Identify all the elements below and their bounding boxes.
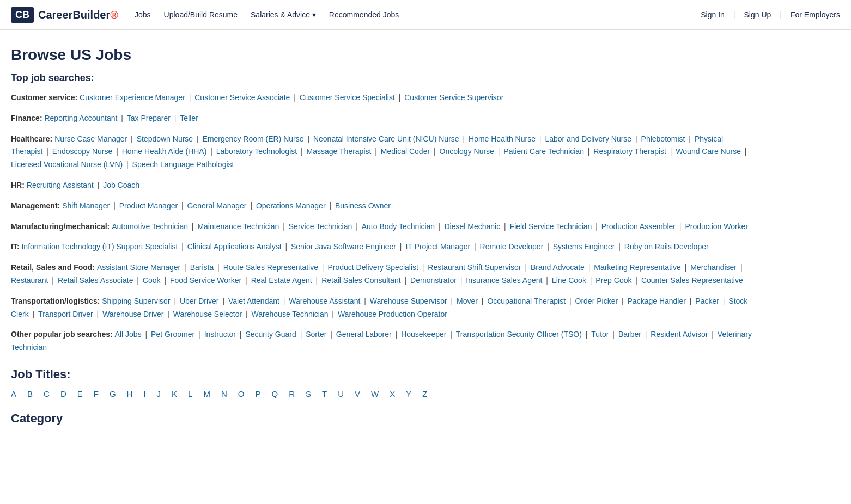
job-link[interactable]: Nurse Case Manager xyxy=(54,134,127,143)
job-link[interactable]: Warehouse Supervisor xyxy=(370,297,447,305)
job-link[interactable]: Field Service Technician xyxy=(510,222,592,231)
job-link[interactable]: Brand Advocate xyxy=(531,263,585,272)
job-link[interactable]: Tax Preparer xyxy=(127,114,171,122)
alpha-link-X[interactable]: X xyxy=(390,389,395,398)
alpha-link-O[interactable]: O xyxy=(238,389,245,398)
alpha-link-K[interactable]: K xyxy=(172,389,177,398)
nav-upload-link[interactable]: Upload/Build Resume xyxy=(164,10,238,19)
job-link[interactable]: Maintenance Technician xyxy=(197,222,279,231)
job-link[interactable]: Medical Coder xyxy=(381,147,430,156)
job-link[interactable]: Customer Service Specialist xyxy=(300,93,395,102)
job-link[interactable]: Speech Language Pathologist xyxy=(132,160,234,169)
alpha-link-J[interactable]: J xyxy=(157,389,161,398)
job-link[interactable]: Cook xyxy=(143,276,161,285)
nav-salaries-link[interactable]: Salaries & Advice ▾ xyxy=(251,10,316,19)
job-link[interactable]: All Jobs xyxy=(115,330,142,339)
job-link[interactable]: Uber Driver xyxy=(180,297,219,305)
job-link[interactable]: Neonatal Intensive Care Unit (NICU) Nurs… xyxy=(313,134,459,143)
job-link[interactable]: Barista xyxy=(190,263,214,272)
job-link[interactable]: Mover xyxy=(457,297,478,305)
job-link[interactable]: Warehouse Production Operator xyxy=(338,310,447,318)
job-link[interactable]: Shift Manager xyxy=(62,201,110,210)
job-link[interactable]: Assistant Store Manager xyxy=(97,263,180,272)
job-link[interactable]: Occupational Therapist xyxy=(487,297,566,305)
job-link[interactable]: Ruby on Rails Developer xyxy=(624,242,709,251)
alpha-link-L[interactable]: L xyxy=(188,389,192,398)
job-link[interactable]: Line Cook xyxy=(552,276,586,285)
job-link[interactable]: General Laborer xyxy=(336,330,392,339)
job-link[interactable]: Job Coach xyxy=(103,181,139,189)
job-link[interactable]: Transportation Security Officer (TSO) xyxy=(456,330,582,339)
job-link[interactable]: Housekeeper xyxy=(401,330,446,339)
job-link[interactable]: Warehouse Technician xyxy=(252,310,329,318)
job-link[interactable]: Order Picker xyxy=(575,297,618,305)
job-link[interactable]: Licensed Vocational Nurse (LVN) xyxy=(11,160,123,169)
job-link[interactable]: Information Technology (IT) Support Spec… xyxy=(21,242,178,251)
job-link[interactable]: Security Guard xyxy=(245,330,296,339)
job-link[interactable]: Massage Therapist xyxy=(307,147,372,156)
job-link[interactable]: General Manager xyxy=(187,201,247,210)
job-link[interactable]: Warehouse Driver xyxy=(102,310,163,318)
job-link[interactable]: Remote Developer xyxy=(480,242,544,251)
job-link[interactable]: Warehouse Assistant xyxy=(289,297,360,305)
job-link[interactable]: Labor and Delivery Nurse xyxy=(545,134,631,143)
job-link[interactable]: Wound Care Nurse xyxy=(676,147,741,156)
job-link[interactable]: Customer Service Supervisor xyxy=(404,93,503,102)
job-link[interactable]: Route Sales Representative xyxy=(223,263,318,272)
job-link[interactable]: Endoscopy Nurse xyxy=(52,147,113,156)
job-link[interactable]: Systems Engineer xyxy=(553,242,615,251)
alpha-link-T[interactable]: T xyxy=(322,389,327,398)
alpha-link-H[interactable]: H xyxy=(127,389,133,398)
job-link[interactable]: Tutor xyxy=(591,330,609,339)
alpha-link-F[interactable]: F xyxy=(94,389,99,398)
job-link[interactable]: Food Service Worker xyxy=(170,276,241,285)
job-link[interactable]: IT Project Manager xyxy=(405,242,470,251)
alpha-link-Q[interactable]: Q xyxy=(271,389,278,398)
job-link[interactable]: Product Manager xyxy=(119,201,178,210)
job-link[interactable]: Product Delivery Specialist xyxy=(327,263,418,272)
logo[interactable]: CB CareerBuilder® xyxy=(11,7,118,23)
job-link[interactable]: Demonstrator xyxy=(410,276,457,285)
job-link[interactable]: Respiratory Therapist xyxy=(593,147,666,156)
nav-signup-link[interactable]: Sign Up xyxy=(744,10,771,19)
alpha-link-U[interactable]: U xyxy=(338,389,344,398)
job-link[interactable]: Transport Driver xyxy=(38,310,93,318)
alpha-link-S[interactable]: S xyxy=(306,389,311,398)
job-link[interactable]: Package Handler xyxy=(628,297,686,305)
job-link[interactable]: Home Health Aide (HHA) xyxy=(122,147,207,156)
job-link[interactable]: Operations Manager xyxy=(256,201,326,210)
job-link[interactable]: Retail Sales Consultant xyxy=(321,276,401,285)
job-link[interactable]: Warehouse Selector xyxy=(173,310,242,318)
job-link[interactable]: Marketing Representative xyxy=(594,263,681,272)
job-link[interactable]: Home Health Nurse xyxy=(469,134,536,143)
job-link[interactable]: Pet Groomer xyxy=(151,330,194,339)
job-link[interactable]: Clinical Applications Analyst xyxy=(187,242,282,251)
job-link[interactable]: Real Estate Agent xyxy=(251,276,312,285)
job-link[interactable]: Auto Body Technician xyxy=(362,222,435,231)
job-link[interactable]: Restaurant xyxy=(11,276,48,285)
job-link[interactable]: Resident Advisor xyxy=(651,330,708,339)
alpha-link-V[interactable]: V xyxy=(355,389,360,398)
job-link[interactable]: Oncology Nurse xyxy=(440,147,494,156)
job-link[interactable]: Diesel Mechanic xyxy=(445,222,501,231)
job-link[interactable]: Patient Care Technician xyxy=(503,147,584,156)
job-link[interactable]: Recruiting Assistant xyxy=(27,181,94,189)
alpha-link-W[interactable]: W xyxy=(371,389,379,398)
job-link[interactable]: Counter Sales Representative xyxy=(641,276,743,285)
job-link[interactable]: Shipping Supervisor xyxy=(102,297,170,305)
alpha-link-C[interactable]: C xyxy=(44,389,50,398)
job-link[interactable]: Insurance Sales Agent xyxy=(466,276,542,285)
job-link[interactable]: Merchandiser xyxy=(690,263,737,272)
alpha-link-E[interactable]: E xyxy=(77,389,83,398)
job-link[interactable]: Senior Java Software Engineer xyxy=(291,242,396,251)
job-link[interactable]: Customer Service Associate xyxy=(194,93,290,102)
job-link[interactable]: Teller xyxy=(180,114,198,122)
job-link[interactable]: Instructor xyxy=(204,330,236,339)
alpha-link-Y[interactable]: Y xyxy=(406,389,411,398)
alpha-link-A[interactable]: A xyxy=(11,389,16,398)
job-link[interactable]: Automotive Technician xyxy=(112,222,188,231)
alpha-link-Z[interactable]: Z xyxy=(422,389,427,398)
job-link[interactable]: Phlebotomist xyxy=(641,134,685,143)
alpha-link-D[interactable]: D xyxy=(60,389,66,398)
nav-jobs-link[interactable]: Jobs xyxy=(135,10,151,19)
